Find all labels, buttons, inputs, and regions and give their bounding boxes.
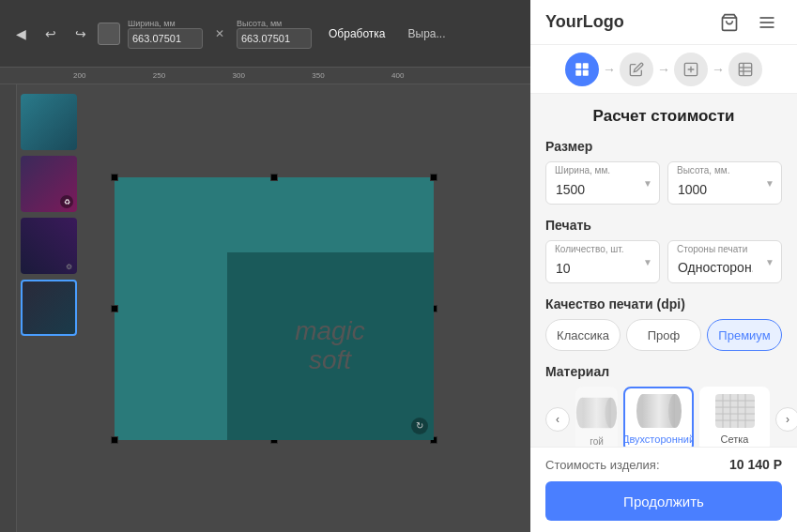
thumbnail-item[interactable]: ♻ bbox=[21, 156, 77, 212]
material-item-doublesided[interactable]: Двухсторонний bbox=[623, 387, 694, 447]
height-input[interactable] bbox=[237, 28, 312, 49]
print-fields-row: Количество, шт. ▼ Стороны печати Односто… bbox=[545, 240, 782, 283]
handle-tm[interactable] bbox=[270, 174, 278, 181]
roll-doublesided-svg bbox=[636, 391, 682, 431]
roll-svg bbox=[575, 393, 618, 433]
step-arrow-2: → bbox=[655, 62, 672, 77]
continue-button[interactable]: Продолжить bbox=[545, 481, 782, 521]
tab-process[interactable]: Обработка bbox=[319, 23, 395, 44]
canvas-area: ♻ ⚙ magic soft ↻ bbox=[0, 84, 530, 532]
material-label: Материал bbox=[545, 364, 782, 379]
cost-label: Стоимость изделия: bbox=[545, 458, 660, 472]
material-label-grid: Сетка bbox=[721, 433, 749, 445]
right-content: Расчет стоимости Размер Ширина, мм. ▼ Вы… bbox=[530, 94, 797, 447]
print-section: Печать Количество, шт. ▼ Стороны печати … bbox=[545, 218, 782, 283]
thumbnail-item[interactable] bbox=[21, 94, 77, 150]
handle-bl[interactable] bbox=[111, 436, 118, 444]
wizard-step-4[interactable] bbox=[728, 53, 762, 86]
cost-row: Стоимость изделия: 10 140 Р bbox=[545, 457, 782, 472]
step4-icon bbox=[738, 62, 753, 77]
sides-wrap: Стороны печати Односторон... ▼ bbox=[667, 240, 782, 283]
toolbar: ◀ ↩ ↪ Ширина, мм ✕ Высота, мм Обработка … bbox=[0, 0, 530, 68]
ruler-mark: 250 bbox=[153, 71, 165, 80]
print-label: Печать bbox=[545, 218, 782, 233]
svg-rect-21 bbox=[715, 394, 755, 428]
design-canvas-inner: magic soft ↻ bbox=[227, 252, 434, 440]
wizard-steps: → → → bbox=[530, 45, 797, 94]
cart-button[interactable] bbox=[714, 8, 744, 38]
undo-button[interactable]: ↩ bbox=[38, 21, 64, 47]
ruler-mark: 350 bbox=[312, 71, 324, 80]
sides-select[interactable]: Односторон... bbox=[667, 240, 782, 283]
rotate-icon[interactable]: ↻ bbox=[411, 418, 428, 434]
height-wrap: Высота, мм. ▼ bbox=[667, 161, 782, 205]
size-width-input[interactable] bbox=[545, 161, 660, 205]
svg-rect-20 bbox=[643, 394, 675, 428]
svg-rect-16 bbox=[582, 398, 611, 428]
thumbnail-item[interactable]: ⚙ bbox=[21, 218, 77, 274]
material-row: ‹ bbox=[545, 387, 782, 447]
svg-rect-9 bbox=[739, 63, 751, 75]
svg-rect-5 bbox=[583, 63, 589, 68]
material-label-doublesided: Двухсторонний bbox=[623, 433, 694, 445]
wizard-step-2[interactable] bbox=[620, 53, 653, 86]
material-img-partial bbox=[575, 389, 618, 436]
menu-icon bbox=[758, 13, 776, 32]
qty-wrap: Количество, шт. ▼ bbox=[545, 240, 660, 283]
material-item-partial[interactable]: гой bbox=[575, 387, 618, 447]
step-arrow-3: → bbox=[710, 62, 727, 77]
panel-title: Расчет стоимости bbox=[545, 107, 782, 126]
menu-button[interactable] bbox=[752, 8, 782, 38]
handle-tr[interactable] bbox=[430, 174, 437, 181]
redo-button[interactable]: ↪ bbox=[68, 21, 94, 47]
step2-icon bbox=[629, 62, 644, 77]
design-canvas: magic soft ↻ bbox=[115, 177, 434, 440]
size-height-input[interactable] bbox=[667, 161, 782, 205]
ruler-vertical bbox=[0, 84, 17, 532]
material-label-partial: гой bbox=[590, 436, 604, 447]
quality-prof[interactable]: Проф bbox=[626, 319, 701, 351]
quality-klassika[interactable]: Классика bbox=[545, 319, 621, 351]
size-fields-row: Ширина, мм. ▼ Высота, мм. ▼ bbox=[545, 161, 782, 205]
design-text-line1: magic bbox=[295, 317, 365, 346]
logo: YourLogo bbox=[545, 12, 624, 32]
left-panel: ◀ ↩ ↪ Ширина, мм ✕ Высота, мм Обработка … bbox=[0, 0, 530, 532]
right-panel: YourLogo bbox=[530, 0, 797, 532]
right-header: YourLogo bbox=[530, 0, 797, 45]
grid-svg bbox=[712, 391, 759, 431]
material-prev-button[interactable]: ‹ bbox=[545, 407, 570, 432]
wizard-step-1[interactable] bbox=[565, 53, 599, 86]
ruler-mark: 400 bbox=[391, 71, 404, 80]
material-img-grid bbox=[701, 388, 768, 433]
step3-icon bbox=[683, 62, 698, 77]
wizard-step-3[interactable] bbox=[674, 53, 708, 86]
size-section: Размер Ширина, мм. ▼ Высота, мм. ▼ bbox=[545, 139, 782, 205]
material-next-button[interactable]: › bbox=[775, 407, 797, 432]
quality-section: Качество печати (dpi) Классика Проф Прем… bbox=[545, 296, 782, 351]
thumbnail-strip: ♻ ⚙ bbox=[21, 94, 77, 336]
color-box bbox=[98, 23, 120, 45]
design-text-line2: soft bbox=[309, 346, 351, 375]
width-wrap: Ширина, мм. ▼ bbox=[545, 161, 660, 205]
cost-value: 10 140 Р bbox=[729, 457, 782, 472]
handle-tl[interactable] bbox=[111, 174, 118, 181]
thumbnail-item-active[interactable] bbox=[21, 280, 77, 336]
size-label: Размер bbox=[545, 139, 782, 154]
width-field-group: Ширина, мм bbox=[128, 19, 203, 49]
right-footer: Стоимость изделия: 10 140 Р Продолжить bbox=[530, 447, 797, 532]
material-img-doublesided bbox=[625, 388, 692, 433]
material-item-grid[interactable]: Сетка bbox=[699, 387, 770, 447]
width-input[interactable] bbox=[128, 28, 203, 49]
clear-width-button[interactable]: ✕ bbox=[210, 24, 229, 43]
handle-lm[interactable] bbox=[111, 305, 118, 312]
ruler-mark: 200 bbox=[73, 71, 85, 80]
tab-output[interactable]: Выра... bbox=[399, 23, 455, 44]
quality-label: Качество печати (dpi) bbox=[545, 296, 782, 312]
qty-input[interactable] bbox=[545, 240, 660, 283]
quality-buttons: Классика Проф Премиум bbox=[545, 319, 782, 351]
width-label: Ширина, мм bbox=[128, 19, 203, 28]
step1-icon bbox=[574, 61, 590, 78]
quality-premium[interactable]: Премиум bbox=[707, 319, 782, 351]
svg-rect-4 bbox=[575, 63, 581, 68]
back-button[interactable]: ◀ bbox=[8, 21, 34, 47]
